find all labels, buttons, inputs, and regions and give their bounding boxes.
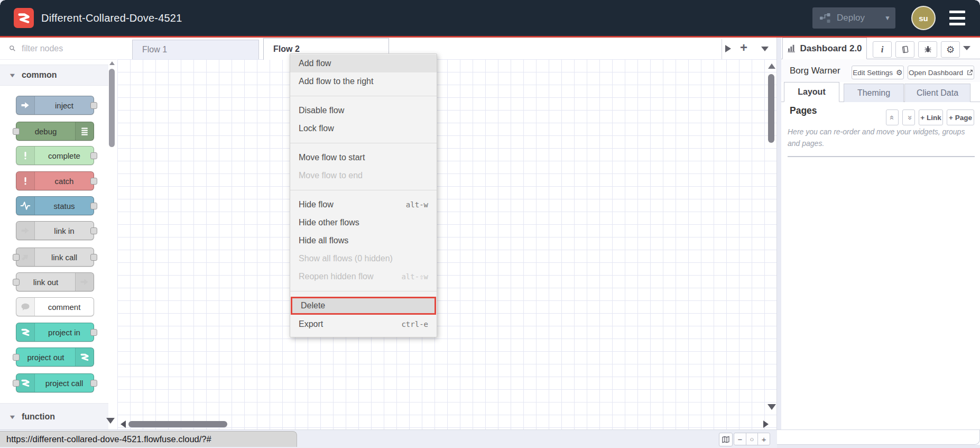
exclamation-icon bbox=[16, 147, 35, 164]
menu-item-disable-flow[interactable]: Disable flow bbox=[290, 102, 437, 120]
menu-item-move-flow-start[interactable]: Move flow to start bbox=[290, 149, 437, 167]
tab-bar-separator bbox=[722, 39, 722, 59]
menu-item-delete-flow[interactable]: Delete bbox=[291, 297, 436, 315]
palette-node-link-out[interactable]: link out bbox=[16, 272, 94, 291]
main-menu-button[interactable] bbox=[949, 11, 965, 25]
add-flow-button[interactable]: + bbox=[740, 40, 747, 55]
output-port bbox=[90, 227, 97, 234]
menu-item-add-flow-right[interactable]: Add flow to the right bbox=[290, 72, 437, 90]
menu-item-hide-other-flows[interactable]: Hide other flows bbox=[290, 214, 437, 232]
debug-lines-icon bbox=[75, 122, 94, 140]
tab-dashboard-2[interactable]: Dashboard 2.0 bbox=[782, 38, 867, 59]
tab-theming[interactable]: Theming bbox=[844, 84, 904, 102]
instance-title: Different-Collared-Dove-4521 bbox=[41, 0, 182, 36]
tab-scroll-right-icon[interactable] bbox=[725, 45, 731, 52]
menu-item-hide-all-flows[interactable]: Hide all flows bbox=[290, 232, 437, 250]
deploy-options-caret-icon[interactable]: ▼ bbox=[880, 14, 895, 22]
palette-node-project-in[interactable]: project in bbox=[16, 323, 94, 342]
node-red-editor: Different-Collared-Dove-4521 Deploy ▼ su… bbox=[0, 0, 980, 448]
tab-layout[interactable]: Layout bbox=[784, 82, 839, 102]
zoom-out-button[interactable]: − bbox=[734, 433, 746, 445]
add-page-button[interactable]: + Page bbox=[947, 109, 974, 125]
search-icon bbox=[8, 44, 16, 52]
palette-scroll-up-icon[interactable] bbox=[109, 61, 115, 65]
palette-node-link-call[interactable]: link call bbox=[16, 248, 94, 267]
tab-client-data[interactable]: Client Data bbox=[904, 84, 970, 102]
chevron-down-icon: ▼ bbox=[8, 414, 16, 420]
canvas-horizontal-scrollbar-thumb[interactable] bbox=[128, 421, 227, 427]
zoom-in-button[interactable]: + bbox=[757, 433, 770, 445]
input-port bbox=[13, 380, 20, 387]
expand-all-button[interactable]: « bbox=[902, 109, 915, 125]
palette-category-common[interactable]: ▼ common bbox=[0, 65, 108, 86]
collapse-all-button[interactable]: « bbox=[886, 109, 899, 125]
palette-node-debug[interactable]: debug bbox=[16, 122, 94, 141]
menu-item-export[interactable]: Export ctrl-e bbox=[290, 315, 437, 333]
dashboard-name: Borg Warner bbox=[790, 59, 840, 82]
page-bottom-strip bbox=[777, 445, 980, 448]
palette-filter-input[interactable] bbox=[21, 43, 117, 54]
external-link-icon bbox=[966, 69, 973, 76]
palette-node-project-call[interactable]: project call bbox=[16, 373, 94, 392]
sidebar-menu-caret-icon[interactable] bbox=[963, 46, 970, 50]
bar-chart-icon bbox=[787, 44, 796, 53]
pulse-icon bbox=[16, 197, 35, 215]
palette-scroll-down-icon[interactable] bbox=[106, 418, 115, 424]
flow-canvas[interactable] bbox=[117, 59, 777, 429]
menu-item-add-flow[interactable]: Add flow bbox=[290, 54, 437, 72]
output-port bbox=[90, 102, 97, 109]
menu-item-lock-flow[interactable]: Lock flow bbox=[290, 120, 437, 138]
canvas-scroll-left-icon[interactable] bbox=[121, 420, 126, 428]
node-red-logo-icon bbox=[14, 8, 34, 28]
palette-node-inject[interactable]: inject bbox=[16, 96, 94, 115]
palette-node-link-in[interactable]: link in bbox=[16, 221, 94, 240]
book-icon bbox=[901, 45, 910, 54]
deploy-button[interactable]: Deploy ▼ bbox=[812, 7, 895, 29]
menu-separator bbox=[290, 291, 437, 291]
open-dashboard-button[interactable]: Open Dashboard bbox=[908, 66, 974, 79]
canvas-scroll-up-icon[interactable] bbox=[768, 63, 775, 69]
dashboard-header-row: Borg Warner Edit Settings ⚙ Open Dashboa… bbox=[781, 59, 980, 82]
input-port bbox=[13, 279, 20, 286]
navigator-toggle-button[interactable] bbox=[719, 433, 733, 446]
input-port bbox=[13, 128, 20, 135]
canvas-scroll-down-icon[interactable] bbox=[768, 404, 776, 410]
gear-icon: ⚙ bbox=[946, 44, 955, 56]
output-port bbox=[90, 254, 97, 261]
palette-category-function[interactable]: ▼ function bbox=[0, 403, 108, 430]
zoom-controls: − ○ + bbox=[734, 433, 770, 445]
menu-separator bbox=[290, 190, 437, 190]
info-sidebar-button[interactable]: i bbox=[873, 41, 892, 58]
palette-node-comment[interactable]: comment bbox=[16, 297, 94, 316]
output-port bbox=[90, 178, 97, 185]
chevron-down-icon: ▼ bbox=[8, 72, 16, 78]
menu-item-reopen-hidden-flow: Reopen hidden flow alt-⇧w bbox=[290, 268, 437, 286]
canvas-scroll-right-icon[interactable] bbox=[763, 420, 769, 428]
zoom-reset-button[interactable]: ○ bbox=[746, 433, 758, 445]
config-nodes-button[interactable]: ⚙ bbox=[941, 41, 960, 58]
browser-status-tooltip: https://different-collared-dove-4521.flo… bbox=[0, 431, 297, 447]
debug-sidebar-button[interactable] bbox=[918, 41, 937, 58]
dashboard-sub-tabs: Layout Theming Client Data bbox=[781, 82, 980, 102]
user-avatar[interactable]: su bbox=[911, 6, 936, 30]
add-link-button[interactable]: + Link bbox=[919, 109, 943, 125]
canvas-vertical-scrollbar-thumb[interactable] bbox=[768, 74, 774, 143]
output-port bbox=[90, 152, 97, 159]
palette-node-status[interactable]: status bbox=[16, 196, 94, 215]
bug-icon bbox=[923, 45, 932, 54]
menu-separator bbox=[290, 143, 437, 143]
palette-node-catch[interactable]: catch bbox=[16, 171, 94, 190]
flow-list-caret-icon[interactable] bbox=[761, 47, 769, 51]
tab-flow-1[interactable]: Flow 1 bbox=[132, 40, 259, 59]
help-docs-button[interactable] bbox=[895, 41, 914, 58]
link-arrow-icon bbox=[75, 273, 94, 291]
double-chevron-up-icon: « bbox=[888, 115, 897, 120]
palette-node-complete[interactable]: complete bbox=[16, 146, 94, 165]
flow-context-menu: Add flow Add flow to the right Disable f… bbox=[290, 53, 437, 337]
palette-node-project-out[interactable]: project out bbox=[16, 348, 94, 367]
menu-item-hide-flow[interactable]: Hide flow alt-w bbox=[290, 196, 437, 214]
node-palette: ▼ common inject debug complete catch sta… bbox=[0, 38, 118, 429]
palette-scrollbar-thumb[interactable] bbox=[109, 69, 115, 147]
output-port bbox=[90, 203, 97, 209]
edit-settings-button[interactable]: Edit Settings ⚙ bbox=[852, 66, 904, 79]
